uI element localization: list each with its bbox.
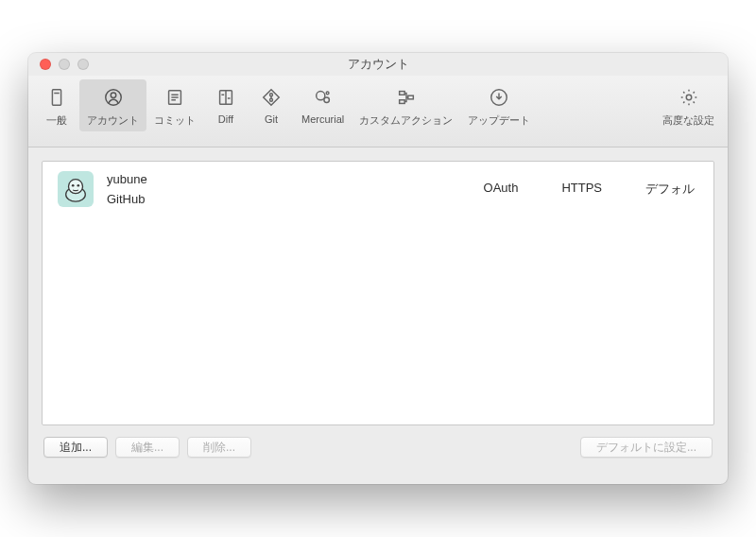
- svg-rect-20: [408, 95, 414, 99]
- tab-label: アカウント: [87, 113, 139, 128]
- diff-icon: [214, 85, 238, 110]
- account-row[interactable]: yubune GitHub OAuth HTTPS デフォル: [43, 162, 713, 217]
- preferences-toolbar: 一般 アカウント コミット Diff Git: [28, 76, 728, 147]
- gear-icon: [677, 85, 701, 110]
- general-icon: [44, 85, 69, 110]
- git-icon: [259, 85, 284, 110]
- mercurial-icon: [311, 85, 335, 110]
- svg-rect-18: [399, 92, 404, 95]
- minimize-window-button[interactable]: [59, 59, 70, 70]
- svg-point-22: [686, 95, 692, 100]
- account-icon: [101, 85, 126, 110]
- account-details: OAuth HTTPS デフォル: [484, 181, 695, 198]
- svg-point-15: [316, 92, 324, 100]
- button-bar: 追加... 編集... 削除... デフォルトに設定...: [42, 425, 714, 471]
- account-host: GitHub: [107, 192, 471, 206]
- tab-git[interactable]: Git: [249, 79, 294, 129]
- avatar: [58, 171, 94, 207]
- update-icon: [487, 85, 511, 110]
- tab-label: コミット: [154, 113, 196, 128]
- svg-point-16: [324, 97, 330, 103]
- svg-point-25: [72, 184, 75, 187]
- window-title: アカウント: [28, 56, 728, 73]
- tab-label: 高度な設定: [662, 113, 714, 128]
- zoom-window-button[interactable]: [77, 59, 89, 70]
- edit-button[interactable]: 編集...: [115, 437, 180, 458]
- remove-button[interactable]: 削除...: [187, 437, 251, 458]
- tab-accounts[interactable]: アカウント: [79, 79, 146, 131]
- account-username: yubune: [107, 172, 471, 186]
- set-default-button[interactable]: デフォルトに設定...: [580, 437, 713, 458]
- commit-icon: [163, 85, 187, 110]
- account-default: デフォル: [645, 181, 695, 198]
- accounts-list[interactable]: yubune GitHub OAuth HTTPS デフォル: [42, 161, 714, 425]
- tab-diff[interactable]: Diff: [203, 79, 249, 129]
- svg-rect-0: [52, 90, 60, 106]
- tab-label: 一般: [46, 113, 67, 128]
- svg-point-17: [326, 92, 329, 95]
- svg-point-26: [77, 184, 80, 187]
- account-info: yubune GitHub: [107, 172, 471, 206]
- svg-point-12: [270, 94, 273, 96]
- add-button[interactable]: 追加...: [43, 437, 108, 458]
- tab-update[interactable]: アップデート: [460, 79, 538, 131]
- window-controls: [28, 59, 89, 70]
- svg-point-13: [270, 98, 273, 101]
- tab-label: アップデート: [468, 113, 530, 128]
- account-protocol: HTTPS: [561, 181, 602, 198]
- svg-rect-19: [399, 100, 404, 104]
- tab-label: Mercurial: [301, 113, 344, 125]
- svg-point-3: [111, 93, 116, 98]
- tab-custom-actions[interactable]: カスタムアクション: [352, 79, 460, 131]
- preferences-window: アカウント 一般 アカウント コミット Diff: [28, 53, 728, 484]
- tab-advanced[interactable]: 高度な設定: [655, 79, 722, 131]
- tab-label: カスタムアクション: [359, 113, 453, 128]
- titlebar: アカウント: [28, 53, 728, 76]
- svg-point-24: [69, 180, 83, 194]
- account-auth: OAuth: [484, 181, 519, 198]
- tab-general[interactable]: 一般: [34, 79, 79, 131]
- tab-mercurial[interactable]: Mercurial: [294, 79, 352, 129]
- content-area: yubune GitHub OAuth HTTPS デフォル 追加... 編集.…: [28, 147, 728, 484]
- tab-label: Diff: [218, 113, 233, 125]
- custom-actions-icon: [394, 85, 419, 110]
- close-window-button[interactable]: [40, 59, 51, 70]
- tab-commit[interactable]: コミット: [146, 79, 203, 131]
- tab-label: Git: [265, 113, 278, 125]
